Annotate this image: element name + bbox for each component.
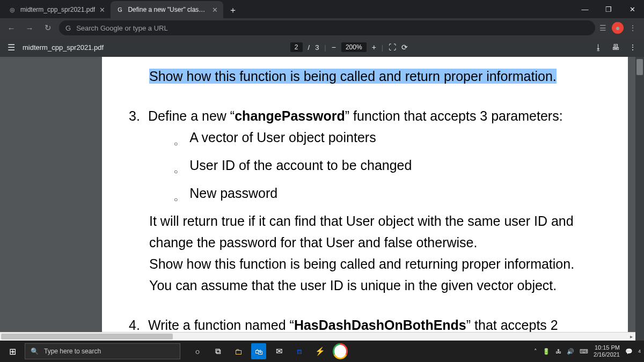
mail-icon[interactable]: ✉ (272, 343, 287, 359)
kebab-menu-icon[interactable]: ⋮ (629, 24, 636, 32)
scroll-thumb[interactable] (1, 334, 173, 339)
tray-chevron-icon[interactable]: ˄ (534, 348, 537, 355)
tab-title: Define a new "User" class that co (128, 6, 208, 13)
download-icon[interactable]: ⭳ (595, 43, 602, 51)
rotate-icon[interactable]: ⟳ (401, 43, 408, 51)
q3-paragraph-3: You can assume that the user ID is uniqu… (129, 275, 601, 296)
q3-bullet-1: ○A vector of User object pointers (129, 127, 601, 154)
cortana-icon[interactable]: ○ (190, 343, 205, 359)
scroll-right-icon[interactable]: ▸ (627, 333, 635, 341)
page-separator: / (308, 43, 310, 51)
new-tab-button[interactable]: ＋ (223, 2, 243, 18)
tray-time: 10:15 PM (594, 344, 620, 351)
google-favicon-icon: G (116, 6, 123, 13)
window-close-icon[interactable]: ✕ (620, 0, 644, 18)
dropbox-icon[interactable]: ⧈ (292, 343, 307, 359)
taskbar-app-icons: ○ ⧉ 🗀 🛍 ✉ ⧈ ⚡ (185, 343, 368, 359)
search-icon: G (65, 24, 71, 32)
volume-icon[interactable]: 🔊 (567, 348, 574, 355)
zoom-out-icon[interactable]: − (332, 43, 336, 51)
omnibox[interactable]: G Search Google or type a URL (59, 20, 595, 35)
tab-search[interactable]: G Define a new "User" class that co ✕ (111, 1, 223, 18)
battery-icon[interactable]: 🔋 (543, 348, 550, 355)
system-tray: ˄ 🔋 🖧 🔊 ⌨ 10:15 PM 2/16/2021 💬 4 (534, 344, 644, 358)
page-current-input[interactable]: 2 (290, 42, 303, 52)
highlighted-line: Show how this function is being called a… (129, 65, 601, 87)
reload-icon[interactable]: ↻ (41, 21, 55, 35)
windows-taskbar: ⊞ 🔍 Type here to search ○ ⧉ 🗀 🛍 ✉ ⧈ ⚡ ˄ … (0, 341, 644, 362)
print-icon[interactable]: 🖶 (612, 43, 619, 51)
forward-icon[interactable]: → (23, 21, 36, 35)
tray-date: 2/16/2021 (594, 351, 620, 358)
divider: | (324, 43, 326, 51)
hamburger-icon[interactable]: ☰ (8, 42, 15, 53)
minimize-icon[interactable]: — (573, 0, 597, 18)
notifications-icon[interactable]: 💬 (625, 348, 633, 355)
maximize-icon[interactable]: ❐ (597, 0, 620, 18)
chrome-icon[interactable] (333, 343, 348, 359)
q3-bullet-2: ○User ID of the account to be changed (129, 154, 601, 182)
pdf-toolbar: ☰ midterm_cpp_spr2021.pdf 2 / 3 | − 200%… (0, 38, 644, 57)
q3-paragraph-2: Show how this function is being called a… (129, 253, 601, 275)
pdf-page: Show how this function is being called a… (102, 57, 628, 341)
taskbar-search[interactable]: 🔍 Type here to search (25, 343, 180, 359)
browser-tab-strip: ◎ midterm_cpp_spr2021.pdf ✕ G Define a n… (0, 0, 644, 18)
notification-count: 4 (638, 349, 641, 354)
window-controls: — ❐ ✕ (573, 0, 644, 18)
scroll-thumb[interactable] (636, 59, 643, 75)
omnibox-placeholder: Search Google or type a URL (76, 24, 168, 32)
close-icon[interactable]: ✕ (212, 6, 218, 14)
pdf-doc-name: midterm_cpp_spr2021.pdf (23, 43, 104, 51)
horizontal-scrollbar[interactable]: ◂ ▸ (0, 332, 635, 341)
page-total: 3 (315, 43, 319, 51)
task-view-icon[interactable]: ⧉ (210, 343, 225, 359)
ms-tiles-icon[interactable] (353, 343, 368, 359)
extension-icons: ☰ ● ⋮ (599, 22, 640, 34)
clock[interactable]: 10:15 PM 2/16/2021 (594, 344, 620, 358)
question-3-header: 3.Define a new “changePassword” function… (129, 105, 601, 127)
power-icon[interactable]: ⚡ (312, 343, 327, 359)
back-icon[interactable]: ← (4, 21, 18, 35)
tab-pdf[interactable]: ◎ midterm_cpp_spr2021.pdf ✕ (3, 1, 111, 18)
more-icon[interactable]: ⋮ (629, 43, 636, 51)
network-icon[interactable]: 🖧 (555, 348, 561, 354)
zoom-level-input[interactable]: 200% (341, 42, 367, 52)
pdf-viewport: Show how this function is being called a… (0, 57, 644, 341)
start-button[interactable]: ⊞ (0, 341, 25, 362)
close-icon[interactable]: ✕ (99, 6, 105, 14)
taskbar-search-placeholder: Type here to search (44, 348, 101, 355)
q3-bullet-3: ○New password (129, 182, 601, 210)
search-icon: 🔍 (31, 348, 39, 355)
reading-list-icon[interactable]: ☰ (599, 24, 606, 32)
zoom-in-icon[interactable]: + (372, 43, 376, 51)
fit-page-icon[interactable]: ⛶ (389, 43, 396, 51)
q3-paragraph-1: It will return true if it can find that … (129, 210, 601, 253)
profile-avatar-icon[interactable]: ● (612, 22, 624, 34)
divider: | (382, 43, 383, 51)
pdf-favicon-icon: ◎ (9, 6, 16, 13)
ms-store-icon[interactable]: 🛍 (251, 343, 266, 359)
ime-icon[interactable]: ⌨ (580, 348, 588, 355)
address-bar-row: ← → ↻ G Search Google or type a URL ☰ ● … (0, 18, 644, 38)
tab-title: midterm_cpp_spr2021.pdf (20, 6, 95, 13)
file-explorer-icon[interactable]: 🗀 (231, 343, 246, 359)
vertical-scrollbar[interactable] (635, 57, 644, 341)
